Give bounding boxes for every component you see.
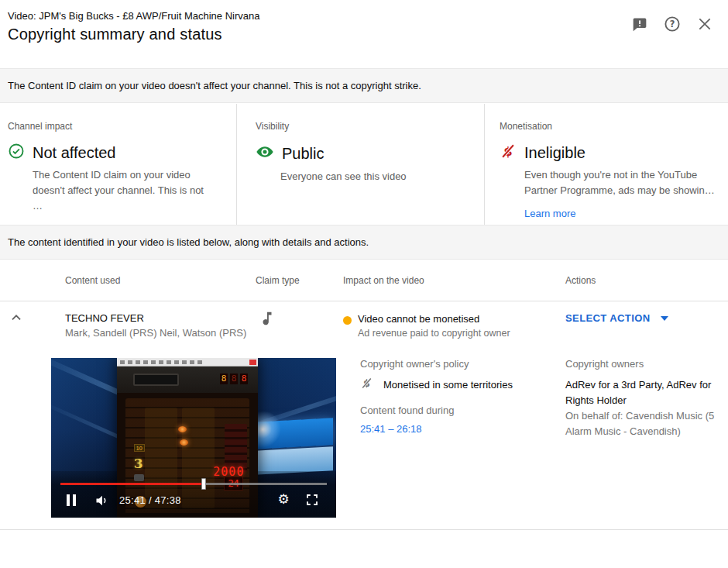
music-note-icon xyxy=(259,310,276,327)
card-status: Ineligible xyxy=(524,144,585,162)
feedback-icon[interactable] xyxy=(630,15,649,33)
policy-label: Copyright owner's policy xyxy=(360,358,469,370)
pause-button[interactable] xyxy=(67,494,77,506)
fullscreen-icon[interactable] xyxy=(305,493,319,507)
content-id-notice: The Content ID claim on your video doesn… xyxy=(0,68,728,103)
machine-digit: 3 xyxy=(134,456,143,471)
summary-cards: Channel impact Not affected The Content … xyxy=(0,104,728,225)
card-description: Everyone can see this video xyxy=(280,169,458,184)
card-label: Monetisation xyxy=(500,121,720,132)
windows-logo-pane xyxy=(255,418,333,475)
owners-behalf: On behalf of: Cavendish Music (5 Alarm M… xyxy=(565,408,724,439)
select-action-label: SELECT ACTION xyxy=(565,312,650,324)
table-intro-notice: The content identified in your video is … xyxy=(0,225,728,260)
monetisation-card: Monetisation $ Ineligible Even though yo… xyxy=(500,104,720,225)
collapse-row-button[interactable] xyxy=(8,309,26,328)
col-header-content-used: Content used xyxy=(65,275,120,286)
bottom-divider xyxy=(0,529,728,530)
player-time: 25:41 / 47:38 xyxy=(119,494,181,506)
col-header-actions: Actions xyxy=(565,275,596,286)
chevron-down-icon xyxy=(661,316,668,321)
card-status: Public xyxy=(282,145,324,163)
page-title: Copyright summary and status xyxy=(8,26,222,43)
money-off-gray-icon: $ xyxy=(360,377,373,393)
emulator-titlebar xyxy=(117,358,258,367)
policy-row: $ Monetised in some territories xyxy=(360,377,513,393)
copyright-dialog: Video: JPM's Big Bucks - £8 AWP/Fruit Ma… xyxy=(0,0,728,568)
header-actions: ? xyxy=(630,15,714,33)
learn-more-link[interactable]: Learn more xyxy=(524,208,575,219)
emulator-close-icon xyxy=(249,360,256,365)
claim-song-title: TECHNO FEVER xyxy=(65,312,144,324)
card-divider xyxy=(484,104,485,225)
card-description: The Content ID claim on your video doesn… xyxy=(33,167,215,214)
check-circle-icon xyxy=(8,143,25,163)
player-controls: 25:41 / 47:38 ⚙ xyxy=(51,490,336,513)
impact-title: Video cannot be monetised xyxy=(358,313,479,325)
svg-text:?: ? xyxy=(670,19,675,29)
player-progress-bar[interactable] xyxy=(60,483,327,485)
select-action-button[interactable]: SELECT ACTION xyxy=(565,312,668,324)
owners-value: AdRev for a 3rd Party, AdRev for Rights … xyxy=(565,377,720,408)
volume-icon[interactable] xyxy=(94,493,110,508)
card-description: Even though you're not in the YouTube Pa… xyxy=(524,167,716,198)
table-header-divider xyxy=(0,301,728,301)
player-scrubber[interactable] xyxy=(201,478,206,490)
card-label: Channel impact xyxy=(8,121,228,132)
card-status: Not affected xyxy=(33,144,115,162)
claim-artists: Mark, Sandell (PRS) Neil, Watson (PRS) xyxy=(65,327,246,339)
impact-status-dot xyxy=(343,316,352,325)
found-during-timestamps-link[interactable]: 25:41 – 26:18 xyxy=(360,423,422,435)
found-during-label: Content found during xyxy=(360,404,454,416)
owners-label: Copyright owners xyxy=(565,358,644,370)
visibility-card: Visibility Public Everyone can see this … xyxy=(256,104,472,225)
channel-impact-card: Channel impact Not affected The Content … xyxy=(8,104,228,225)
settings-gear-icon[interactable]: ⚙ xyxy=(276,492,291,508)
money-off-icon: $ xyxy=(500,143,517,163)
policy-value: Monetised in some territories xyxy=(383,377,513,393)
close-icon[interactable] xyxy=(695,15,714,33)
col-header-impact: Impact on the video xyxy=(343,275,424,286)
card-label: Visibility xyxy=(256,121,472,132)
player-progress-fill xyxy=(60,483,204,485)
eye-icon xyxy=(256,143,274,164)
col-header-claim-type: Claim type xyxy=(256,275,300,286)
video-player[interactable]: 8 8 8 10 3 2000 24 xyxy=(51,358,336,518)
impact-subtitle: Ad revenue paid to copyright owner xyxy=(358,328,510,339)
video-label: Video: JPM's Big Bucks - £8 AWP/Fruit Ma… xyxy=(8,10,259,22)
card-divider xyxy=(236,104,237,225)
help-icon[interactable]: ? xyxy=(663,15,682,33)
